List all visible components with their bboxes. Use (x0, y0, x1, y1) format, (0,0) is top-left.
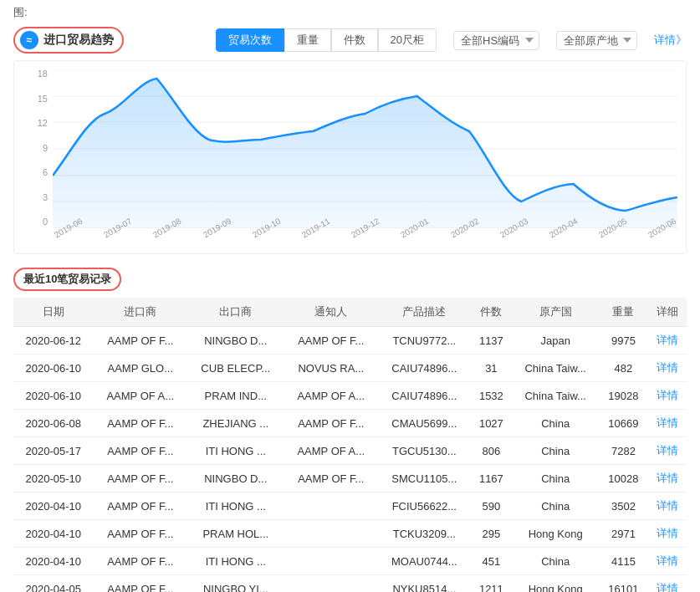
cell-origin: Japan (512, 327, 599, 355)
table-row: 2020-04-10AAMP OF F...ITI HONG ...FCIU56… (13, 492, 687, 520)
col-weight: 重量 (599, 298, 648, 327)
cell-date: 2020-04-10 (13, 548, 93, 575)
trend-section-header: ≈ 进口贸易趋势 贸易次数 重量 件数 20尺柜 全部HS编码 全部原产地 详情… (0, 22, 700, 60)
cell-detail[interactable]: 详情 (648, 548, 687, 575)
trend-title: ≈ 进口贸易趋势 (13, 27, 124, 54)
tab-container[interactable]: 20尺柜 (378, 28, 437, 52)
cell-detail[interactable]: 详情 (648, 492, 687, 520)
cell-origin: Hong Kong (512, 575, 599, 593)
cell-product: TCNU9772... (378, 327, 470, 355)
cell-detail[interactable]: 详情 (648, 382, 687, 410)
cell-date: 2020-04-05 (13, 575, 93, 593)
cell-origin: China (512, 465, 599, 492)
cell-detail[interactable]: 详情 (648, 410, 687, 437)
hs-code-filter[interactable]: 全部HS编码 (453, 31, 539, 50)
cell-count: 31 (471, 355, 513, 382)
cell-detail[interactable]: 详情 (648, 355, 687, 382)
cell-product: TGCU5130... (378, 437, 470, 465)
cell-date: 2020-06-12 (13, 327, 93, 355)
col-exporter: 出口商 (187, 298, 284, 327)
cell-weight: 16101 (599, 575, 648, 593)
cell-notify: AAMP OF F... (284, 465, 378, 492)
cell-count: 1027 (471, 410, 513, 437)
cell-exporter: NINGBO D... (187, 465, 284, 492)
cell-detail[interactable]: 详情 (648, 437, 687, 465)
cell-notify: AAMP OF A... (284, 437, 378, 465)
cell-notify: NOVUS RA... (284, 355, 378, 382)
cell-count: 590 (471, 492, 513, 520)
cell-weight: 10669 (599, 410, 648, 437)
cell-count: 295 (471, 520, 513, 548)
cell-weight: 7282 (599, 437, 648, 465)
cell-importer: AAMP OF F... (93, 548, 187, 575)
cell-importer: AAMP OF F... (93, 520, 187, 548)
cell-origin: China Taiw... (512, 355, 599, 382)
cell-importer: AAMP OF F... (93, 327, 187, 355)
cell-detail[interactable]: 详情 (648, 575, 687, 593)
cell-importer: AAMP OF A... (93, 382, 187, 410)
cell-exporter: ITI HONG ... (187, 437, 284, 465)
tab-trade-count[interactable]: 贸易次数 (216, 28, 284, 52)
chart-container: 0 3 6 9 12 15 18 (13, 60, 687, 254)
detail-link[interactable]: 详情》 (654, 33, 687, 48)
chart-svg (53, 69, 677, 228)
cell-count: 1532 (471, 382, 513, 410)
y-label-15: 15 (23, 94, 48, 104)
cell-count: 1137 (471, 327, 513, 355)
cell-origin: China Taiw... (512, 382, 599, 410)
col-notify: 通知人 (284, 298, 378, 327)
cell-weight: 2971 (599, 520, 648, 548)
y-label-9: 9 (23, 144, 48, 153)
table-body: 2020-06-12AAMP OF F...NINGBO D...AAMP OF… (13, 327, 687, 593)
trend-title-text: 进口贸易趋势 (43, 33, 114, 48)
cell-product: CAIU74896... (378, 355, 470, 382)
cell-importer: AAMP OF F... (93, 575, 187, 593)
cell-detail[interactable]: 详情 (648, 327, 687, 355)
top-label: 围: (0, 0, 700, 22)
cell-detail[interactable]: 详情 (648, 465, 687, 492)
col-count: 件数 (471, 298, 513, 327)
y-label-12: 12 (23, 119, 48, 128)
cell-product: SMCU1105... (378, 465, 470, 492)
x-axis: 2019-06 2019-07 2019-08 2019-09 2019-10 … (53, 228, 677, 253)
table-row: 2020-05-17AAMP OF F...ITI HONG ...AAMP O… (13, 437, 687, 465)
cell-exporter: ITI HONG ... (187, 548, 284, 575)
cell-notify (284, 520, 378, 548)
cell-product: CMAU5699... (378, 410, 470, 437)
header-row: 日期 进口商 出口商 通知人 产品描述 件数 原产国 重量 详细 (13, 298, 687, 327)
table-row: 2020-04-10AAMP OF F...ITI HONG ...MOAU07… (13, 548, 687, 575)
tab-count[interactable]: 件数 (331, 28, 378, 52)
col-date: 日期 (13, 298, 93, 327)
cell-importer: AAMP OF F... (93, 492, 187, 520)
trend-icon: ≈ (20, 31, 38, 49)
table-section: 最近10笔贸易记录 日期 进口商 出口商 通知人 产品描述 件数 原产国 重量 … (0, 268, 700, 592)
tab-weight[interactable]: 重量 (284, 28, 331, 52)
table-row: 2020-06-08AAMP OF F...ZHEJIANG ...AAMP O… (13, 410, 687, 437)
table-header: 日期 进口商 出口商 通知人 产品描述 件数 原产国 重量 详细 (13, 298, 687, 327)
cell-origin: China (512, 492, 599, 520)
y-axis: 0 3 6 9 12 15 18 (23, 69, 48, 228)
cell-date: 2020-04-10 (13, 492, 93, 520)
cell-product: TCKU3209... (378, 520, 470, 548)
cell-weight: 19028 (599, 382, 648, 410)
cell-date: 2020-05-17 (13, 437, 93, 465)
y-label-18: 18 (23, 69, 48, 79)
cell-date: 2020-04-10 (13, 520, 93, 548)
cell-detail[interactable]: 详情 (648, 520, 687, 548)
cell-notify: AAMP OF F... (284, 410, 378, 437)
col-detail: 详细 (648, 298, 687, 327)
cell-weight: 482 (599, 355, 648, 382)
col-importer: 进口商 (93, 298, 187, 327)
cell-origin: China (512, 548, 599, 575)
table-row: 2020-05-10AAMP OF F...NINGBO D...AAMP OF… (13, 465, 687, 492)
origin-filter[interactable]: 全部原产地 (556, 31, 637, 50)
cell-notify (284, 575, 378, 593)
cell-exporter: ZHEJIANG ... (187, 410, 284, 437)
cell-exporter: NINGBO D... (187, 327, 284, 355)
cell-product: NYKU8514... (378, 575, 470, 593)
cell-exporter: NINGBO YI... (187, 575, 284, 593)
cell-product: MOAU0744... (378, 548, 470, 575)
cell-product: CAIU74896... (378, 382, 470, 410)
cell-weight: 10028 (599, 465, 648, 492)
cell-notify: AAMP OF F... (284, 327, 378, 355)
